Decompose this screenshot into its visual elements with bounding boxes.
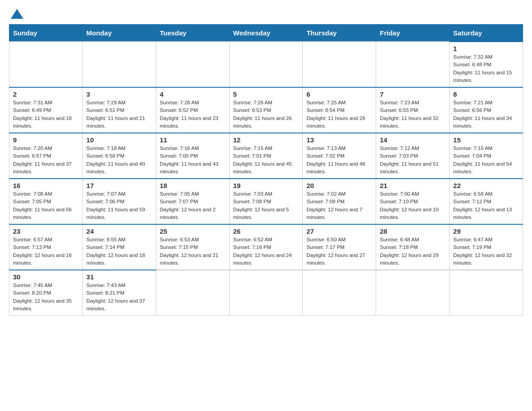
calendar-cell: 28Sunrise: 6:48 AMSunset: 7:18 PMDayligh… <box>376 224 450 270</box>
calendar-cell: 1Sunrise: 7:32 AMSunset: 6:48 PMDaylight… <box>450 42 523 87</box>
weekday-header-saturday: Saturday <box>450 25 523 42</box>
page-header <box>9 9 523 20</box>
day-info: Sunrise: 6:53 AMSunset: 7:15 PMDaylight:… <box>160 236 226 267</box>
calendar-week-row: 1Sunrise: 7:32 AMSunset: 6:48 PMDaylight… <box>9 42 523 87</box>
calendar-cell <box>303 270 376 316</box>
day-info: Sunrise: 7:25 AMSunset: 6:54 PMDaylight:… <box>306 99 372 130</box>
calendar-cell: 14Sunrise: 7:12 AMSunset: 7:03 PMDayligh… <box>376 133 450 179</box>
day-info: Sunrise: 7:28 AMSunset: 6:52 PMDaylight:… <box>160 99 226 130</box>
logo <box>9 9 23 20</box>
logo-general-text <box>9 9 23 20</box>
calendar-cell: 7Sunrise: 7:23 AMSunset: 6:55 PMDaylight… <box>376 87 450 133</box>
calendar-cell: 2Sunrise: 7:31 AMSunset: 6:49 PMDaylight… <box>9 87 83 133</box>
calendar-cell <box>376 42 450 87</box>
day-number: 13 <box>306 136 372 144</box>
calendar-cell: 17Sunrise: 7:07 AMSunset: 7:06 PMDayligh… <box>82 179 156 224</box>
calendar-week-row: 2Sunrise: 7:31 AMSunset: 6:49 PMDaylight… <box>9 87 523 133</box>
weekday-header-monday: Monday <box>82 25 156 42</box>
day-number: 15 <box>453 136 519 144</box>
calendar-week-row: 16Sunrise: 7:08 AMSunset: 7:05 PMDayligh… <box>9 179 523 224</box>
day-number: 21 <box>380 182 446 189</box>
day-info: Sunrise: 7:03 AMSunset: 7:08 PMDaylight:… <box>233 190 299 221</box>
calendar-cell: 4Sunrise: 7:28 AMSunset: 6:52 PMDaylight… <box>156 87 229 133</box>
calendar-cell: 6Sunrise: 7:25 AMSunset: 6:54 PMDaylight… <box>303 87 376 133</box>
day-number: 12 <box>233 136 299 144</box>
day-number: 26 <box>233 227 299 235</box>
day-number: 29 <box>453 227 519 235</box>
day-info: Sunrise: 7:12 AMSunset: 7:03 PMDaylight:… <box>380 145 446 176</box>
calendar-cell: 31Sunrise: 7:43 AMSunset: 8:21 PMDayligh… <box>82 270 156 316</box>
day-info: Sunrise: 7:02 AMSunset: 7:09 PMDaylight:… <box>306 190 372 221</box>
day-info: Sunrise: 7:45 AMSunset: 8:20 PMDaylight:… <box>13 282 79 313</box>
calendar-table: SundayMondayTuesdayWednesdayThursdayFrid… <box>9 24 523 316</box>
calendar-cell: 10Sunrise: 7:18 AMSunset: 6:58 PMDayligh… <box>82 133 156 179</box>
calendar-cell <box>82 42 156 87</box>
day-number: 5 <box>233 90 299 98</box>
calendar-cell: 29Sunrise: 6:47 AMSunset: 7:19 PMDayligh… <box>450 224 523 270</box>
day-info: Sunrise: 6:58 AMSunset: 7:12 PMDaylight:… <box>453 190 519 221</box>
calendar-cell: 26Sunrise: 6:52 AMSunset: 7:16 PMDayligh… <box>229 224 303 270</box>
calendar-cell: 15Sunrise: 7:10 AMSunset: 7:04 PMDayligh… <box>450 133 523 179</box>
day-info: Sunrise: 6:52 AMSunset: 7:16 PMDaylight:… <box>233 236 299 267</box>
calendar-cell: 23Sunrise: 6:57 AMSunset: 7:13 PMDayligh… <box>9 224 83 270</box>
day-number: 7 <box>380 90 446 98</box>
day-info: Sunrise: 7:43 AMSunset: 8:21 PMDaylight:… <box>86 282 152 313</box>
day-number: 25 <box>160 227 226 235</box>
calendar-week-row: 23Sunrise: 6:57 AMSunset: 7:13 PMDayligh… <box>9 224 523 270</box>
calendar-cell: 19Sunrise: 7:03 AMSunset: 7:08 PMDayligh… <box>229 179 303 224</box>
weekday-header-wednesday: Wednesday <box>229 25 303 42</box>
day-info: Sunrise: 6:47 AMSunset: 7:19 PMDaylight:… <box>453 236 519 267</box>
day-info: Sunrise: 7:26 AMSunset: 6:53 PMDaylight:… <box>233 99 299 130</box>
calendar-cell: 24Sunrise: 6:55 AMSunset: 7:14 PMDayligh… <box>82 224 156 270</box>
day-info: Sunrise: 6:57 AMSunset: 7:13 PMDaylight:… <box>13 236 79 267</box>
day-number: 17 <box>86 182 152 189</box>
day-number: 11 <box>160 136 226 144</box>
calendar-cell: 12Sunrise: 7:15 AMSunset: 7:01 PMDayligh… <box>229 133 303 179</box>
day-number: 4 <box>160 90 226 98</box>
day-number: 14 <box>380 136 446 144</box>
calendar-cell: 20Sunrise: 7:02 AMSunset: 7:09 PMDayligh… <box>303 179 376 224</box>
calendar-cell: 30Sunrise: 7:45 AMSunset: 8:20 PMDayligh… <box>9 270 83 316</box>
calendar-cell: 8Sunrise: 7:21 AMSunset: 6:56 PMDaylight… <box>450 87 523 133</box>
calendar-cell: 9Sunrise: 7:20 AMSunset: 6:57 PMDaylight… <box>9 133 83 179</box>
calendar-header-row: SundayMondayTuesdayWednesdayThursdayFrid… <box>9 25 523 42</box>
day-info: Sunrise: 7:18 AMSunset: 6:58 PMDaylight:… <box>86 145 152 176</box>
day-number: 8 <box>453 90 519 98</box>
day-info: Sunrise: 6:50 AMSunset: 7:17 PMDaylight:… <box>306 236 372 267</box>
calendar-cell: 11Sunrise: 7:16 AMSunset: 7:00 PMDayligh… <box>156 133 229 179</box>
calendar-cell: 16Sunrise: 7:08 AMSunset: 7:05 PMDayligh… <box>9 179 83 224</box>
calendar-cell <box>9 42 83 87</box>
calendar-cell <box>229 270 303 316</box>
day-number: 27 <box>306 227 372 235</box>
calendar-cell <box>303 42 376 87</box>
day-info: Sunrise: 7:29 AMSunset: 6:51 PMDaylight:… <box>86 99 152 130</box>
day-info: Sunrise: 7:15 AMSunset: 7:01 PMDaylight:… <box>233 145 299 176</box>
day-number: 2 <box>13 90 79 98</box>
day-number: 22 <box>453 182 519 189</box>
calendar-cell: 13Sunrise: 7:13 AMSunset: 7:02 PMDayligh… <box>303 133 376 179</box>
day-info: Sunrise: 6:48 AMSunset: 7:18 PMDaylight:… <box>380 236 446 267</box>
weekday-header-sunday: Sunday <box>9 25 83 42</box>
day-number: 30 <box>13 273 79 281</box>
weekday-header-thursday: Thursday <box>303 25 376 42</box>
day-number: 3 <box>86 90 152 98</box>
day-info: Sunrise: 7:07 AMSunset: 7:06 PMDaylight:… <box>86 190 152 221</box>
day-number: 20 <box>306 182 372 189</box>
day-info: Sunrise: 7:10 AMSunset: 7:04 PMDaylight:… <box>453 145 519 176</box>
calendar-week-row: 30Sunrise: 7:45 AMSunset: 8:20 PMDayligh… <box>9 270 523 316</box>
day-info: Sunrise: 7:16 AMSunset: 7:00 PMDaylight:… <box>160 145 226 176</box>
day-info: Sunrise: 6:55 AMSunset: 7:14 PMDaylight:… <box>86 236 152 267</box>
day-number: 10 <box>86 136 152 144</box>
calendar-cell <box>450 270 523 316</box>
day-number: 19 <box>233 182 299 189</box>
day-number: 16 <box>13 182 79 189</box>
day-number: 1 <box>453 45 519 52</box>
calendar-cell <box>156 270 229 316</box>
day-info: Sunrise: 7:00 AMSunset: 7:10 PMDaylight:… <box>380 190 446 221</box>
weekday-header-friday: Friday <box>376 25 450 42</box>
calendar-week-row: 9Sunrise: 7:20 AMSunset: 6:57 PMDaylight… <box>9 133 523 179</box>
day-info: Sunrise: 7:20 AMSunset: 6:57 PMDaylight:… <box>13 145 79 176</box>
calendar-cell <box>229 42 303 87</box>
calendar-cell: 18Sunrise: 7:05 AMSunset: 7:07 PMDayligh… <box>156 179 229 224</box>
logo-triangle-icon <box>11 9 23 19</box>
